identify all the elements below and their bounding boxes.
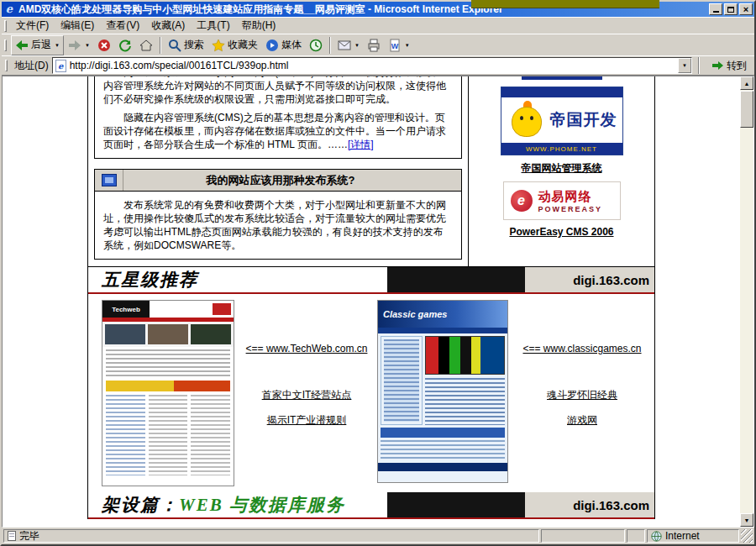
history-button[interactable] [306, 35, 326, 55]
minimize-button[interactable] [709, 3, 722, 15]
search-button[interactable]: 搜索 [165, 35, 207, 55]
go-button[interactable]: 转到 [706, 56, 752, 75]
page-favicon-icon: e [55, 60, 66, 72]
home-icon [139, 39, 153, 52]
question-box-header: 我的网站应该用那种发布系统? [95, 170, 461, 192]
empire-cms-link[interactable]: 帝国网站管理系统 [522, 161, 602, 176]
mail-button[interactable]: ▼ [334, 35, 363, 55]
classicgames-url-link[interactable]: <== www.classicgames.cn [513, 343, 651, 354]
history-clock-icon [309, 39, 323, 52]
vertical-scrollbar[interactable]: ▲ ▼ [740, 76, 753, 527]
setup-bar-black-segment [387, 492, 525, 517]
classicgames-links-group: <== www.classicgames.cn 魂斗罗怀旧经典 游戏网 [513, 294, 651, 492]
ie-logo-icon: e [3, 3, 15, 15]
techweb-thumb-text-lines [106, 349, 230, 378]
status-message-panel: 完毕 [3, 529, 539, 543]
media-button[interactable]: 媒体 [262, 35, 305, 55]
techweb-logo: Techweb [102, 301, 150, 318]
address-dropdown-button[interactable]: ▼ [678, 58, 691, 73]
classicgames-thumb-main [425, 336, 505, 425]
techweb-url-link[interactable]: <== www.TechWeb.com.cn [236, 343, 377, 354]
techweb-site-thumbnail[interactable]: Techweb [102, 300, 234, 486]
techweb-thumb-header-rest [150, 301, 234, 318]
menu-file[interactable]: 文件(F) [10, 16, 55, 35]
classicgames-thumb-sidebar [381, 336, 423, 425]
section-divider-line-bottom [88, 517, 654, 519]
menu-tools[interactable]: 工具(T) [191, 16, 235, 35]
minimize-icon [713, 11, 719, 13]
techweb-thumb-photos [102, 322, 234, 347]
scroll-up-button[interactable]: ▲ [740, 76, 753, 90]
powereasy-ad-text: 动易网络 POWEREASY [538, 189, 603, 213]
address-input[interactable]: e http://digi.163.com/special/00161TCL/9… [52, 57, 692, 74]
techweb-desc-link-1[interactable]: 首家中文IT经营站点 [236, 388, 377, 402]
question-icon-cell [95, 170, 123, 191]
detail-link[interactable]: [详情] [348, 139, 374, 150]
back-arrow-icon [15, 39, 29, 52]
question-box: 我的网站应该用那种发布系统? 发布系统常见的有免费和收费两个大类，对于小型网址和… [94, 169, 462, 260]
menu-view[interactable]: 查看(V) [100, 16, 145, 35]
scroll-down-button[interactable]: ▼ [740, 513, 753, 527]
refresh-button[interactable] [115, 35, 135, 55]
menu-edit[interactable]: 编辑(E) [55, 16, 100, 35]
menubar-grip-handle[interactable] [4, 20, 7, 32]
classicgames-desc-link-1[interactable]: 魂斗罗怀旧经典 [513, 388, 651, 402]
maximize-button[interactable] [724, 3, 738, 15]
forward-arrow-icon [68, 39, 81, 52]
classicgames-site-thumbnail[interactable]: Classic games [377, 300, 508, 483]
status-progress-panel [541, 529, 625, 543]
stop-icon [97, 39, 111, 52]
close-button[interactable]: × [739, 3, 753, 15]
home-button[interactable] [136, 35, 156, 55]
status-spacer-panel [627, 529, 645, 543]
edit-button[interactable]: W ▼ [385, 35, 413, 55]
page-viewport: 内容管理系统还围绕于网站的内容(如:栏目)进行合理的权责分配和修改。内容管理系统… [2, 76, 754, 528]
recommend-bar-title-area: 五星级推荐 [88, 267, 387, 292]
status-bar: 完毕 Internet [2, 528, 754, 544]
stop-button[interactable] [94, 35, 114, 55]
standard-buttons-toolbar: 后退 ▼ ▼ 搜索 收藏夹 媒体 [2, 34, 754, 55]
empire-ad-name: 帝国开发 [550, 109, 617, 131]
cms-intro-paragraph-1: 内容管理系统还围绕于网站的内容(如:栏目)进行合理的权责分配和修改。内容管理系统… [103, 76, 453, 106]
question-body: 发布系统常见的有免费和收费两个大类，对于小型网址和更新量不大的网址，使用操作比较… [95, 192, 461, 259]
recommend-bar-site-area: digi.163.com [525, 267, 654, 292]
toolbar-grip-handle[interactable] [4, 39, 7, 51]
search-button-label: 搜索 [184, 38, 204, 52]
classicgames-desc-link-2[interactable]: 游戏网 [513, 413, 651, 428]
question-title: 我的网站应该用那种发布系统? [123, 173, 461, 188]
window-controls: × [709, 3, 753, 15]
scrolled-cutoff-banner [522, 76, 602, 80]
forward-button[interactable]: ▼ [65, 35, 93, 55]
print-button[interactable] [364, 35, 384, 55]
toolbar-separator [329, 37, 331, 54]
favorites-button[interactable]: 收藏夹 [208, 35, 261, 55]
recommend-site-label: digi.163.com [573, 273, 649, 287]
addressbar-grip-handle[interactable] [5, 60, 8, 71]
empire-ad-site: WWW.PHOME.NET [501, 143, 622, 155]
classicgames-thumb-footer [378, 463, 507, 471]
recommend-row: Techweb <== www.TechWeb.com.cn 首家中 [88, 294, 654, 492]
setup-site-label: digi.163.com [573, 498, 649, 512]
techweb-links-group: <== www.TechWeb.com.cn 首家中文IT经营站点 揭示IT产业… [236, 294, 377, 492]
security-zone-label: Internet [665, 530, 700, 542]
svg-text:W: W [391, 42, 399, 50]
powereasy-ad[interactable]: e 动易网络 POWEREASY [503, 181, 621, 220]
cms-intro-box: 内容管理系统还围绕于网站的内容(如:栏目)进行合理的权责分配和修改。内容管理系统… [94, 76, 462, 159]
back-button[interactable]: 后退 ▼ [11, 35, 64, 55]
powereasy-cms-link[interactable]: PowerEasy CMS 2006 [509, 226, 613, 238]
media-icon [265, 39, 279, 52]
scrollbar-thumb[interactable] [740, 91, 753, 128]
security-zone-panel: Internet [647, 529, 739, 543]
address-label: 地址(D) [14, 59, 49, 73]
empire-ad-top-band [501, 87, 622, 97]
empire-cms-ad[interactable]: 帝国开发 WWW.PHOME.NET [501, 87, 623, 155]
menu-favorites[interactable]: 收藏(A) [145, 16, 191, 35]
window-resize-grip[interactable] [741, 529, 753, 543]
powereasy-brand: POWEREASY [538, 205, 603, 213]
setup-bar-title-area: 架设篇： WEB 与数据库服务 [88, 492, 387, 517]
print-icon [367, 39, 381, 52]
menu-help[interactable]: 帮助(H) [236, 16, 282, 35]
favorites-button-label: 收藏夹 [228, 38, 258, 52]
menu-bar: 文件(F) 编辑(E) 查看(V) 收藏(A) 工具(T) 帮助(H) [2, 17, 754, 34]
techweb-desc-link-2[interactable]: 揭示IT产业潜规则 [236, 413, 377, 428]
